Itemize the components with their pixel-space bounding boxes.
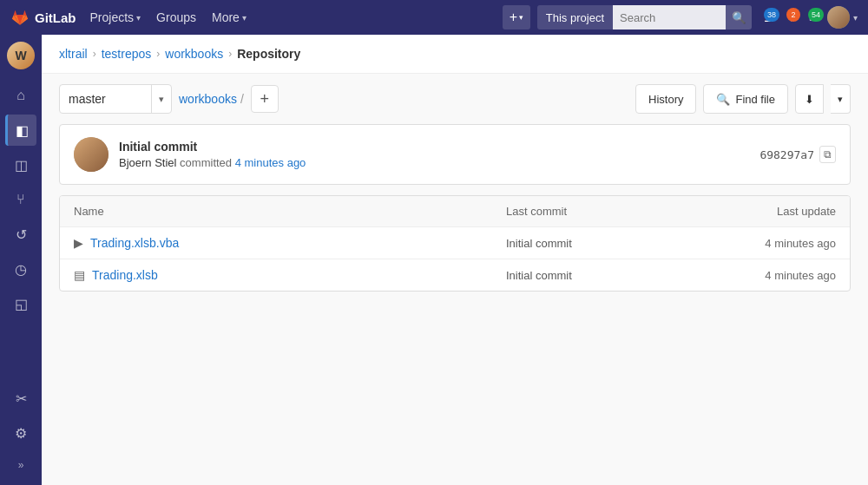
nav-projects[interactable]: Projects ▾: [83, 7, 148, 28]
search-scope-button[interactable]: This project: [537, 5, 613, 29]
issues-list-icon: ◫: [15, 157, 28, 174]
sidebar: W ⌂ ◧ ◫ ⑂ ↺ ◷ ◱ ✂ ⚙ »: [0, 35, 42, 485]
sidebar-user-avatar[interactable]: W: [7, 42, 35, 69]
more-chevron: ▾: [242, 13, 247, 23]
sidebar-item-settings[interactable]: ⚙: [5, 417, 36, 449]
table-row: ▤ Trading.xlsb Initial commit 4 minutes …: [60, 259, 850, 291]
plus-icon: +: [510, 10, 517, 25]
settings-icon: ⚙: [15, 425, 27, 442]
download-dropdown-button[interactable]: ▾: [831, 84, 851, 114]
download-button[interactable]: ⬇: [795, 84, 824, 114]
logo-text: GitLab: [35, 10, 76, 25]
sidebar-item-home[interactable]: ⌂: [5, 80, 36, 111]
new-item-button[interactable]: + ▾: [503, 5, 530, 29]
commit-title[interactable]: Initial commit: [119, 140, 749, 154]
download-dropdown-chevron-icon: ▾: [838, 94, 843, 105]
path-folder[interactable]: workbooks: [179, 92, 237, 106]
file-last-update-1: 4 minutes ago: [697, 269, 836, 282]
branch-selector[interactable]: master ▾: [59, 84, 172, 114]
issues-badge: 54: [808, 8, 824, 22]
search-bar: This project 🔍: [537, 5, 752, 29]
file-last-commit-0: Initial commit: [506, 237, 697, 250]
commit-hash-value: 698297a7: [760, 148, 814, 161]
repository-icon: ◧: [16, 122, 29, 139]
plus-chevron-icon: ▾: [519, 13, 523, 22]
sidebar-item-scissors[interactable]: ✂: [5, 383, 36, 414]
main-layout: W ⌂ ◧ ◫ ⑂ ↺ ◷ ◱ ✂ ⚙ »: [0, 35, 868, 485]
branch-name: master: [60, 92, 151, 106]
branch-chevron-icon: ▾: [151, 85, 171, 113]
add-file-button[interactable]: +: [251, 85, 279, 113]
copy-icon: ⧉: [824, 148, 832, 161]
path-display: workbooks /: [179, 92, 244, 106]
commit-details: Initial commit Bjoern Stiel committed 4 …: [119, 140, 749, 169]
repo-toolbar: master ▾ workbooks / + History 🔍 Find fi…: [42, 74, 868, 124]
commit-author: Bjoern Stiel: [119, 156, 176, 169]
find-file-label: Find file: [735, 93, 775, 106]
breadcrumb-workbooks[interactable]: workbooks: [165, 47, 223, 61]
breadcrumb-sep-3: ›: [228, 48, 232, 60]
merge-requests-button[interactable]: ⑂ 2: [783, 8, 800, 28]
nav-links: Projects ▾ Groups More ▾: [83, 7, 253, 28]
main-content: xltrail › testrepos › workbooks › Reposi…: [42, 35, 868, 485]
todo-badge: 38: [764, 8, 779, 22]
breadcrumb-current: Repository: [237, 47, 300, 61]
find-file-button[interactable]: 🔍 Find file: [703, 84, 788, 114]
user-avatar[interactable]: [827, 6, 850, 29]
sidebar-item-pipelines[interactable]: ↺: [5, 219, 36, 250]
commit-author-avatar: [74, 137, 108, 172]
breadcrumb-testrepos[interactable]: testrepos: [102, 47, 152, 61]
file-name-xlsb[interactable]: ▤ Trading.xlsb: [74, 268, 506, 282]
commit-meta: Bjoern Stiel committed 4 minutes ago: [119, 156, 749, 169]
search-icon: 🔍: [732, 11, 746, 24]
nav-icons: ☰ 38 ⑂ 2 ✉ 54 ▾: [759, 6, 858, 29]
column-name-header: Name: [74, 205, 506, 218]
breadcrumb-sep-1: ›: [93, 48, 96, 60]
search-input[interactable]: [613, 5, 726, 29]
file-last-update-0: 4 minutes ago: [697, 237, 836, 250]
copy-hash-button[interactable]: ⧉: [819, 146, 836, 163]
issues-button[interactable]: ✉ 54: [804, 8, 824, 28]
home-icon: ⌂: [16, 88, 25, 103]
gitlab-logo[interactable]: GitLab: [10, 8, 76, 27]
projects-chevron: ▾: [136, 13, 141, 23]
file-name-text: Trading.xlsb: [92, 268, 158, 282]
file-name-folder[interactable]: ▶ Trading.xlsb.vba: [74, 236, 506, 250]
pipelines-icon: ↺: [16, 226, 27, 243]
column-update-header: Last update: [697, 205, 836, 218]
commit-info-box: Initial commit Bjoern Stiel committed 4 …: [59, 124, 851, 185]
breadcrumb-xltrail[interactable]: xltrail: [59, 47, 88, 61]
scissors-icon: ✂: [16, 390, 27, 407]
table-row: ▶ Trading.xlsb.vba Initial commit 4 minu…: [60, 227, 850, 259]
avatar-chevron-icon: ▾: [853, 13, 858, 23]
todo-button[interactable]: ☰ 38: [759, 8, 779, 28]
commit-action: committed: [180, 156, 235, 169]
folder-name-text: Trading.xlsb.vba: [90, 236, 179, 250]
commit-hash-display: 698297a7 ⧉: [760, 146, 836, 163]
file-icon: ▤: [74, 268, 85, 282]
sidebar-item-history[interactable]: ◷: [5, 253, 36, 285]
sidebar-item-repository[interactable]: ◧: [5, 115, 36, 146]
sidebar-expand-button[interactable]: »: [11, 452, 31, 478]
nav-more[interactable]: More ▾: [205, 7, 253, 28]
merge-icon: ⑂: [16, 192, 25, 207]
sidebar-item-snippets[interactable]: ◱: [5, 288, 36, 319]
snippets-icon: ◱: [15, 296, 28, 312]
history-button[interactable]: History: [635, 84, 696, 114]
sidebar-item-merge-requests[interactable]: ⑂: [5, 184, 36, 215]
find-file-search-icon: 🔍: [716, 93, 730, 106]
avatar-image: [827, 6, 850, 29]
search-submit-button[interactable]: 🔍: [726, 5, 752, 29]
breadcrumb: xltrail › testrepos › workbooks › Reposi…: [42, 35, 868, 74]
column-commit-header: Last commit: [506, 205, 697, 218]
nav-groups[interactable]: Groups: [149, 7, 203, 28]
file-last-commit-1: Initial commit: [506, 269, 697, 282]
file-table: Name Last commit Last update ▶ Trading.x…: [59, 195, 851, 292]
sidebar-item-issues[interactable]: ◫: [5, 149, 36, 180]
breadcrumb-sep-2: ›: [156, 48, 160, 60]
commit-avatar-image: [74, 137, 108, 172]
commit-time[interactable]: 4 minutes ago: [235, 156, 306, 169]
history-icon: ◷: [15, 261, 27, 278]
folder-icon: ▶: [74, 236, 83, 250]
file-table-header: Name Last commit Last update: [60, 196, 850, 227]
